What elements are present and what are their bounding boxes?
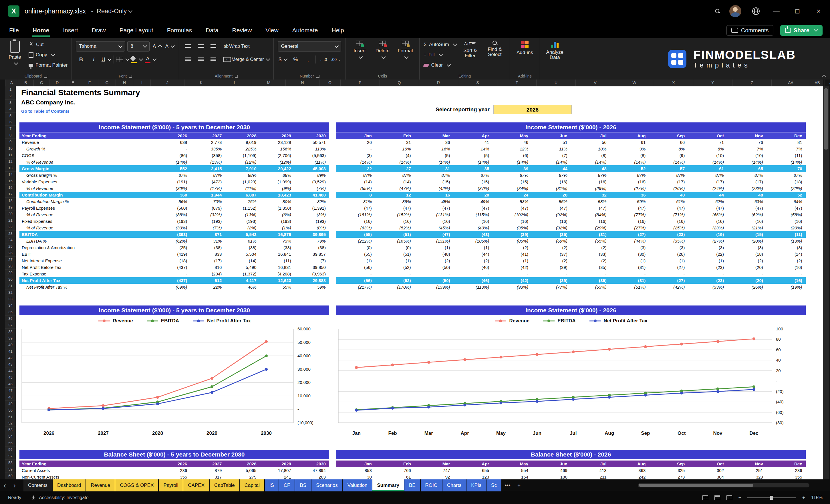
cell[interactable]: 24 <box>492 192 532 198</box>
cell[interactable]: - <box>453 271 492 277</box>
cell[interactable]: 88% <box>225 172 260 179</box>
cell[interactable]: % of Revenue <box>20 185 156 192</box>
cell[interactable]: (42%) <box>649 284 688 290</box>
sheet-tab-bs[interactable]: BS <box>295 479 311 492</box>
row-header-3[interactable]: 3 <box>5 99 16 106</box>
cell[interactable]: 49% <box>453 198 492 205</box>
cell[interactable]: 9,019 <box>225 139 260 146</box>
cell[interactable]: 73% <box>260 238 295 244</box>
cell[interactable]: Contribution Margin <box>20 192 156 198</box>
cell[interactable]: Feb <box>375 461 414 467</box>
cell[interactable]: (419) <box>156 251 190 257</box>
column-header-N[interactable]: N <box>286 80 319 86</box>
cell[interactable]: 7% <box>727 146 767 152</box>
cell[interactable]: (14%) <box>453 159 492 165</box>
cell[interactable]: 59% <box>610 198 649 205</box>
cell[interactable]: % of Revenue <box>20 224 156 231</box>
cell[interactable]: (46) <box>453 264 492 271</box>
zoom-slider[interactable] <box>747 497 796 498</box>
globe-icon[interactable] <box>751 6 761 16</box>
cell[interactable]: (47) <box>336 205 375 211</box>
cell[interactable]: (55) <box>336 231 375 238</box>
cell[interactable]: 44 <box>688 192 727 198</box>
cell[interactable]: (5,563) <box>295 152 329 159</box>
cell[interactable]: 39,857 <box>295 251 329 257</box>
cell[interactable]: (2) <box>727 257 767 264</box>
row-header-10[interactable]: 10 <box>5 145 16 152</box>
cell[interactable]: (7%) <box>190 224 225 231</box>
cell[interactable]: 2027 <box>190 461 225 467</box>
row-header-6[interactable]: 6 <box>5 119 16 126</box>
cell[interactable]: (47) <box>414 205 454 211</box>
cell[interactable]: 36 <box>610 192 649 198</box>
cell[interactable]: (3) <box>688 244 727 251</box>
cell[interactable]: 31 <box>414 165 454 172</box>
analyze-data-button[interactable]: Analyze Data <box>544 41 566 72</box>
cell[interactable]: (2) <box>414 257 454 264</box>
cell[interactable]: (50) <box>414 277 454 284</box>
cell[interactable]: 2029 <box>260 461 295 467</box>
sheet-tab-revenue[interactable]: Revenue <box>86 479 115 492</box>
cell[interactable]: (16) <box>727 218 767 224</box>
comma-format-button[interactable]: , <box>303 55 313 64</box>
cell[interactable]: 7% <box>767 146 806 152</box>
cell[interactable]: (44%) <box>610 238 649 244</box>
cell[interactable]: - <box>727 271 767 277</box>
cell[interactable]: (115%) <box>453 211 492 218</box>
cell[interactable]: (58%) <box>767 211 806 218</box>
sheet-tab-scenarios[interactable]: Scenarios <box>312 479 342 492</box>
row-header-54[interactable]: 54 <box>5 433 16 440</box>
cell[interactable]: (4) <box>375 152 414 159</box>
cell[interactable]: (47) <box>610 205 649 211</box>
cell[interactable]: (47) <box>727 205 767 211</box>
cell[interactable]: (86) <box>156 152 190 159</box>
cell[interactable]: (14) <box>375 179 414 185</box>
cell[interactable]: (193) <box>225 218 260 224</box>
normal-view-icon[interactable] <box>702 496 708 500</box>
cell[interactable]: (27) <box>649 264 688 271</box>
cell[interactable]: 87% <box>190 172 225 179</box>
cell[interactable]: 317 <box>190 474 225 479</box>
cell[interactable]: (51) <box>375 231 414 238</box>
cell[interactable]: 16,841 <box>260 251 295 257</box>
cell[interactable]: (15) <box>727 231 767 238</box>
row-header-51[interactable]: 51 <box>5 414 16 420</box>
cell[interactable]: (393) <box>156 231 190 238</box>
row-header-30[interactable]: 30 <box>5 276 16 283</box>
cell[interactable]: 87% <box>649 172 688 179</box>
cell[interactable]: (62%) <box>156 238 190 244</box>
cell[interactable]: (102%) <box>492 211 532 218</box>
column-header-G[interactable]: G <box>98 80 116 86</box>
cell[interactable]: (34%) <box>492 185 532 192</box>
cell[interactable]: (15) <box>453 179 492 185</box>
cell[interactable]: (62%) <box>727 211 767 218</box>
cell[interactable]: 279 <box>225 474 260 479</box>
cell[interactable]: (47) <box>532 205 571 211</box>
cell[interactable]: (56) <box>336 264 375 271</box>
cell[interactable]: Year Ending <box>20 132 156 139</box>
add-sheet-button[interactable]: + <box>514 482 524 489</box>
row-header-26[interactable]: 26 <box>5 250 16 257</box>
horizontal-scrollbar[interactable] <box>638 483 809 487</box>
cell[interactable]: 87% <box>610 172 649 179</box>
cell[interactable]: (30) <box>610 251 649 257</box>
column-header-U[interactable]: U <box>537 80 576 86</box>
cell[interactable]: (14%) <box>649 159 688 165</box>
dialog-launcher-icon[interactable] <box>235 75 238 78</box>
cell[interactable]: (40%) <box>453 224 492 231</box>
cell[interactable]: - <box>610 271 649 277</box>
cell[interactable]: (7%) <box>295 185 329 192</box>
cell[interactable]: (14) <box>767 251 806 257</box>
cell[interactable]: (6) <box>492 152 532 159</box>
row-header-22[interactable]: 22 <box>5 224 16 230</box>
cell[interactable]: (16) <box>375 218 414 224</box>
sort-filter-button[interactable]: A↓ZSort & Filter <box>459 41 481 72</box>
column-header-R[interactable]: R <box>419 80 458 86</box>
cell[interactable]: (1) <box>336 257 375 264</box>
cell[interactable]: (63%) <box>336 224 375 231</box>
cell[interactable]: (1) <box>610 257 649 264</box>
more-sheets-button[interactable]: ••• <box>501 482 514 489</box>
cell[interactable]: (7) <box>295 257 329 264</box>
cell[interactable]: (27%) <box>610 185 649 192</box>
cell[interactable]: (42) <box>492 277 532 284</box>
